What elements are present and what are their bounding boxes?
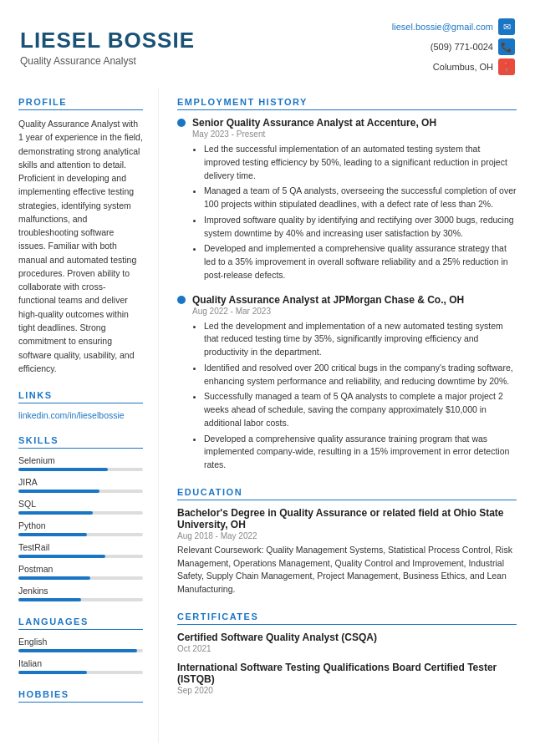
language-name: English — [18, 637, 143, 647]
linkedin-link[interactable]: linkedin.com/in/lieselbossie — [18, 410, 143, 420]
skill-name: Jenkins — [18, 586, 143, 596]
skill-bar-bg — [18, 490, 143, 493]
edu-title: Bachelor's Degree in Quality Assurance o… — [177, 507, 517, 530]
skill-item: TestRail — [18, 542, 143, 558]
certificates-section-title: CERTIFICATES — [177, 611, 517, 625]
job-bullet: Developed a comprehensive quality assura… — [204, 433, 517, 472]
certificate-item: Certified Software Quality Analyst (CSQA… — [177, 632, 517, 653]
cert-date: Oct 2021 — [177, 644, 517, 653]
contact-phone: (509) 771-0024 📞 — [431, 38, 515, 55]
resume-container: LIESEL BOSSIE Quality Assurance Analyst … — [0, 0, 535, 756]
edu-date: Aug 2018 - May 2022 — [177, 531, 517, 540]
job-bullet: Identified and resolved over 200 critica… — [204, 362, 517, 388]
job-dot — [177, 119, 186, 127]
skill-item: JIRA — [18, 477, 143, 493]
skill-bar-fill — [18, 490, 99, 493]
language-bar-fill — [18, 671, 87, 674]
job-title: Senior Quality Assurance Analyst at Acce… — [192, 117, 436, 129]
header-left: LIESEL BOSSIE Quality Assurance Analyst — [20, 28, 195, 67]
job-bullet: Developed and implemented a comprehensiv… — [204, 242, 517, 282]
skill-bar-bg — [18, 511, 143, 515]
skill-item: SQL — [18, 499, 143, 515]
skill-item: Jenkins — [18, 586, 143, 601]
language-name: Italian — [18, 658, 143, 668]
job-header: Senior Quality Assurance Analyst at Acce… — [177, 117, 517, 129]
cert-title: International Software Testing Qualifica… — [177, 662, 517, 685]
skill-name: Python — [18, 520, 143, 530]
location-icon: 📍 — [498, 58, 515, 75]
links-section-title: LINKS — [18, 390, 143, 403]
contact-location: Columbus, OH 📍 — [433, 58, 515, 75]
skill-bar-fill — [18, 468, 108, 471]
job-title: Quality Assurance Analyst at JPMorgan Ch… — [192, 294, 464, 306]
edu-desc: Relevant Coursework: Quality Management … — [177, 544, 517, 596]
email-link[interactable]: liesel.bossie@gmail.com — [392, 22, 493, 32]
skill-bar-bg — [18, 598, 143, 601]
skill-bar-fill — [18, 533, 87, 536]
skill-bar-fill — [18, 598, 81, 601]
cert-title: Certified Software Quality Analyst (CSQA… — [177, 632, 517, 643]
skill-name: Postman — [18, 564, 143, 574]
education-list: Bachelor's Degree in Quality Assurance o… — [177, 507, 517, 596]
right-column: EMPLOYMENT HISTORY Senior Quality Assura… — [159, 89, 535, 743]
header-right: liesel.bossie@gmail.com ✉ (509) 771-0024… — [392, 18, 515, 75]
language-item: Italian — [18, 658, 143, 674]
skills-list: Selenium JIRA SQL Python TestRail — [18, 455, 143, 601]
languages-list: English Italian — [18, 637, 143, 674]
phone-number: (509) 771-0024 — [431, 42, 493, 52]
education-section-title: EDUCATION — [177, 487, 517, 500]
candidate-name: LIESEL BOSSIE — [20, 28, 195, 53]
employment-section-title: EMPLOYMENT HISTORY — [177, 97, 517, 110]
language-bar-bg — [18, 649, 143, 652]
job-bullets: Led the development and implementation o… — [192, 320, 517, 472]
skill-bar-bg — [18, 533, 143, 536]
skill-name: TestRail — [18, 542, 143, 552]
cert-date: Sep 2020 — [177, 686, 517, 695]
job-bullet: Successfully managed a team of 5 QA anal… — [204, 390, 517, 429]
skill-item: Selenium — [18, 455, 143, 471]
skill-bar-bg — [18, 555, 143, 558]
candidate-title: Quality Assurance Analyst — [20, 55, 195, 67]
job-bullet: Managed a team of 5 QA analysts, oversee… — [204, 185, 517, 211]
hobbies-section-title: HOBBIES — [18, 689, 143, 703]
skill-name: JIRA — [18, 477, 143, 487]
language-bar-fill — [18, 649, 137, 652]
skill-name: Selenium — [18, 455, 143, 465]
certificate-item: International Software Testing Qualifica… — [177, 662, 517, 695]
left-column: PROFILE Quality Assurance Analyst with 1… — [0, 89, 159, 743]
phone-icon: 📞 — [498, 38, 515, 55]
skill-name: SQL — [18, 499, 143, 509]
education-item: Bachelor's Degree in Quality Assurance o… — [177, 507, 517, 596]
job-header: Quality Assurance Analyst at JPMorgan Ch… — [177, 294, 517, 306]
language-bar-bg — [18, 671, 143, 674]
profile-section-title: PROFILE — [18, 97, 143, 110]
job-date: Aug 2022 - Mar 2023 — [192, 307, 517, 316]
email-icon: ✉ — [498, 18, 515, 35]
jobs-list: Senior Quality Assurance Analyst at Acce… — [177, 117, 517, 472]
skill-bar-bg — [18, 468, 143, 471]
job-bullet: Improved software quality by identifying… — [204, 214, 517, 241]
job-bullets: Led the successful implementation of an … — [192, 143, 517, 282]
skills-section-title: SKILLS — [18, 435, 143, 449]
languages-section-title: LANGUAGES — [18, 616, 143, 630]
main-body: PROFILE Quality Assurance Analyst with 1… — [0, 89, 535, 756]
job-date: May 2023 - Present — [192, 129, 517, 139]
job-item: Senior Quality Assurance Analyst at Acce… — [177, 117, 517, 282]
location-text: Columbus, OH — [433, 62, 493, 72]
language-item: English — [18, 637, 143, 652]
job-bullet: Led the development and implementation o… — [204, 320, 517, 359]
skill-bar-bg — [18, 576, 143, 580]
header: LIESEL BOSSIE Quality Assurance Analyst … — [0, 0, 535, 89]
job-item: Quality Assurance Analyst at JPMorgan Ch… — [177, 294, 517, 472]
certificates-list: Certified Software Quality Analyst (CSQA… — [177, 632, 517, 695]
skill-item: Postman — [18, 564, 143, 580]
profile-text: Quality Assurance Analyst with 1 year of… — [18, 117, 143, 375]
skill-bar-fill — [18, 555, 105, 558]
contact-email: liesel.bossie@gmail.com ✉ — [392, 18, 515, 35]
job-dot — [177, 296, 186, 304]
job-bullet: Led the successful implementation of an … — [204, 143, 517, 182]
skill-bar-fill — [18, 576, 90, 580]
skill-item: Python — [18, 520, 143, 536]
skill-bar-fill — [18, 511, 93, 515]
